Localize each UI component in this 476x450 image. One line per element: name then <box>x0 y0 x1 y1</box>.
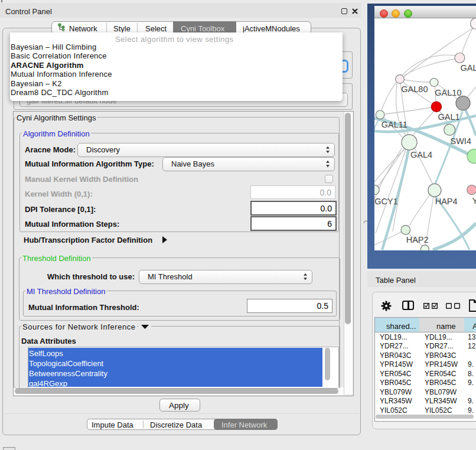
svg-text:GAL11: GAL11 <box>382 120 407 129</box>
svg-text:SWI4: SWI4 <box>451 136 471 146</box>
svg-text:GAL1: GAL1 <box>438 112 460 122</box>
svg-text:GCY1: GCY1 <box>374 197 398 206</box>
svg-text:GAL80: GAL80 <box>401 84 428 94</box>
svg-text:HAP4: HAP4 <box>435 197 458 206</box>
svg-text:GAL4: GAL4 <box>410 150 432 159</box>
svg-text:GAL7: GAL7 <box>461 63 476 73</box>
svg-text:HAP2: HAP2 <box>406 235 429 244</box>
svg-text:GAL10: GAL10 <box>435 88 461 97</box>
svg-text:Y: Y <box>472 196 476 206</box>
